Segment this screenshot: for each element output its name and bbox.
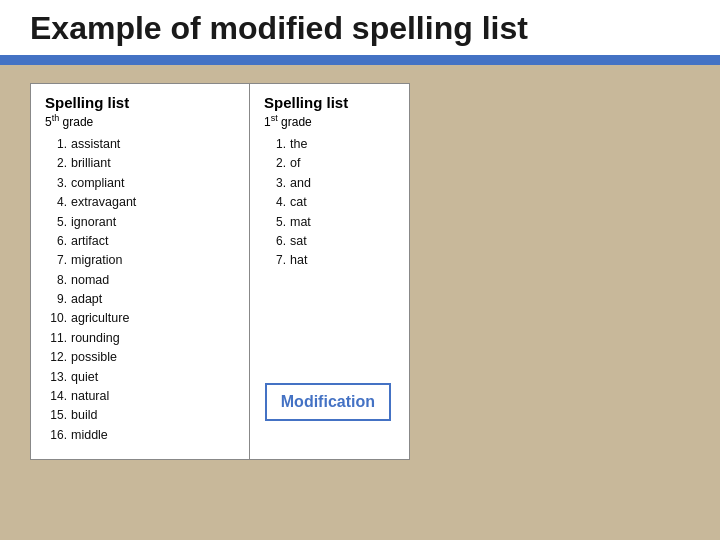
modification-box: Modification [265, 383, 391, 421]
list1-words: 1.assistant2.brilliant3.compliant4.extra… [45, 135, 231, 445]
list2-header: Spelling list [264, 94, 391, 111]
list-item: 3.compliant [45, 174, 231, 193]
list-item: 11.rounding [45, 329, 231, 348]
list-item: 3.and [264, 174, 391, 193]
list2-grade: 1st grade [264, 113, 391, 129]
list-item: 15.build [45, 406, 231, 425]
spelling-list-2: Spelling list 1st grade 1.the2.of3.and4.… [250, 83, 410, 460]
list-item: 4.cat [264, 193, 391, 212]
list-item: 14.natural [45, 387, 231, 406]
list1-header: Spelling list [45, 94, 231, 111]
list1-grade: 5th grade [45, 113, 231, 129]
title-area: Example of modified spelling list [0, 0, 720, 59]
list-item: 4.extravagant [45, 193, 231, 212]
spelling-list-1: Spelling list 5th grade 1.assistant2.bri… [30, 83, 250, 460]
slide: Example of modified spelling list Spelli… [0, 0, 720, 540]
list-item: 12.possible [45, 348, 231, 367]
list-item: 5.ignorant [45, 213, 231, 232]
modification-label: Modification [281, 393, 375, 410]
list-item: 1.assistant [45, 135, 231, 154]
list-item: 6.sat [264, 232, 391, 251]
list-item: 16.middle [45, 426, 231, 445]
list-item: 9.adapt [45, 290, 231, 309]
list-item: 2.brilliant [45, 154, 231, 173]
list2-words: 1.the2.of3.and4.cat5.mat6.sat7.hat [264, 135, 391, 271]
list-item: 7.hat [264, 251, 391, 270]
list-item: 1.the [264, 135, 391, 154]
list-item: 5.mat [264, 213, 391, 232]
slide-title: Example of modified spelling list [30, 10, 690, 47]
list-item: 10.agriculture [45, 309, 231, 328]
content-area: Spelling list 5th grade 1.assistant2.bri… [0, 65, 720, 478]
list-item: 8.nomad [45, 271, 231, 290]
list-item: 7.migration [45, 251, 231, 270]
list-item: 2.of [264, 154, 391, 173]
list-item: 13.quiet [45, 368, 231, 387]
list-item: 6.artifact [45, 232, 231, 251]
